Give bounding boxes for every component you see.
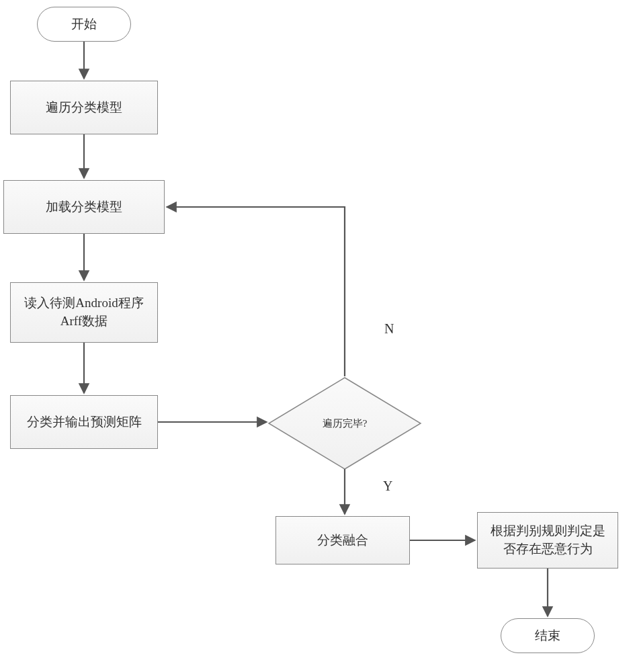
load-model-process: 加载分类模型 — [3, 180, 165, 234]
end-label: 结束 — [535, 627, 560, 645]
read-arff-process: 读入待测Android程序 Arff数据 — [10, 282, 158, 343]
edge-label-yes: Y — [383, 478, 392, 494]
traverse-models-process: 遍历分类模型 — [10, 81, 158, 134]
fuse-label: 分类融合 — [317, 532, 368, 550]
start-terminator: 开始 — [37, 7, 131, 42]
traversal-done-decision: 遍历完毕? — [267, 376, 422, 470]
judge-label: 根据判别规则判定是 否存在恶意行为 — [491, 522, 605, 558]
fuse-process: 分类融合 — [275, 516, 410, 564]
judge-process: 根据判别规则判定是 否存在恶意行为 — [477, 512, 618, 569]
predict-label: 分类并输出预测矩阵 — [27, 413, 142, 431]
start-label: 开始 — [71, 15, 97, 34]
end-terminator: 结束 — [501, 618, 595, 653]
load-model-label: 加载分类模型 — [46, 198, 122, 216]
edge-label-no: N — [384, 321, 394, 337]
read-arff-label: 读入待测Android程序 Arff数据 — [24, 294, 143, 330]
traverse-models-label: 遍历分类模型 — [46, 99, 122, 117]
predict-process: 分类并输出预测矩阵 — [10, 395, 158, 449]
decision-label: 遍历完毕? — [323, 417, 368, 430]
